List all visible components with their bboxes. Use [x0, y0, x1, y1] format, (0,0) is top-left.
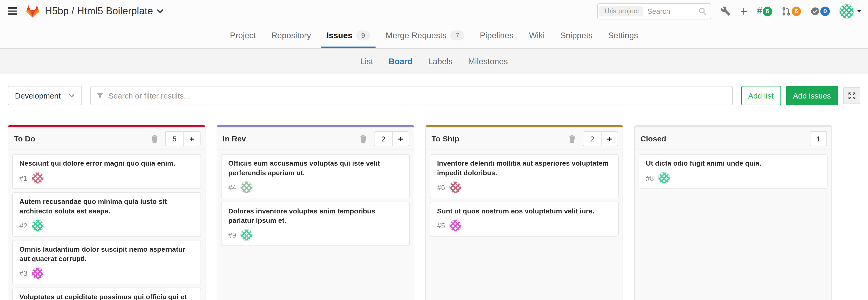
- issue-title: Inventore deleniti mollitia aut asperior…: [437, 159, 612, 178]
- add-list-button[interactable]: Add list: [741, 86, 781, 105]
- assignee-avatar: [32, 267, 44, 279]
- tab-snippets[interactable]: Snippets: [553, 22, 600, 48]
- issue-card[interactable]: Inventore deleniti mollitia aut asperior…: [430, 154, 619, 199]
- new-menu-button[interactable]: +: [740, 5, 748, 17]
- issue-card[interactable]: Omnis laudantium dolor suscipit nemo asp…: [12, 240, 201, 284]
- filter-search-placeholder: Search or filter results...: [108, 91, 190, 100]
- todos-count-badge: 0: [820, 6, 830, 16]
- plus-icon: +: [740, 5, 748, 17]
- assignee-avatar: [32, 219, 44, 232]
- assignee-avatar: [241, 181, 253, 193]
- tab-repository[interactable]: Repository: [264, 22, 319, 48]
- board-column-todo: To Do 5 + Nesciunt qui dolore error magn…: [8, 125, 206, 300]
- issue-title: Ut dicta odio fugit animi unde quia.: [646, 159, 820, 169]
- merge-requests-count-badge: 6: [792, 6, 801, 16]
- hamburger-menu-icon[interactable]: [7, 6, 19, 16]
- filter-search-input[interactable]: Search or filter results...: [90, 86, 733, 105]
- board-column-in-rev: In Rev 2 + Officiis eum accusamus volupt…: [216, 125, 414, 300]
- issue-card[interactable]: Ut dicta odio fugit animi unde quia. #8: [639, 154, 828, 189]
- issue-card[interactable]: Autem recusandae quo minima quia iusto s…: [12, 192, 201, 237]
- issue-card[interactable]: Sunt ut quos nostrum eos voluptatum veli…: [430, 202, 619, 237]
- issue-title: Nesciunt qui dolore error magni quo quia…: [20, 159, 194, 169]
- tab-issues[interactable]: Issues9: [319, 22, 378, 48]
- project-nav: Project Repository Issues9 Merge Request…: [0, 22, 868, 48]
- board-filter-bar: Development Search or filter results... …: [0, 74, 868, 117]
- column-cards: Officiis eum accusamus voluptas qui iste…: [217, 150, 414, 246]
- issue-ref: #4: [228, 183, 236, 191]
- navbar-search-input[interactable]: This project Search: [597, 3, 711, 19]
- caret-down-icon: [857, 10, 861, 12]
- issue-title: Voluptates ut cupiditate possimus qui of…: [20, 293, 194, 300]
- issue-card[interactable]: Voluptates ut cupiditate possimus qui of…: [12, 288, 201, 300]
- search-scope-chip: This project: [599, 6, 643, 16]
- todos-counter[interactable]: 0: [810, 6, 830, 16]
- column-header: In Rev 2 +: [217, 127, 414, 150]
- issues-hash-icon: #: [757, 5, 762, 17]
- fullscreen-button[interactable]: [843, 87, 860, 104]
- tab-pipelines[interactable]: Pipelines: [472, 22, 521, 48]
- list-count-control: 2 +: [583, 131, 618, 146]
- trash-icon: [360, 134, 368, 143]
- issue-title: Autem recusandae quo minima quia iusto s…: [20, 197, 194, 216]
- gitlab-logo[interactable]: [26, 5, 39, 18]
- expand-icon: [848, 92, 856, 99]
- merge-requests-counter[interactable]: 6: [781, 6, 801, 16]
- column-cards: Ut dicta odio fugit animi unde quia. #8: [635, 150, 832, 189]
- filter-funnel-icon: [96, 92, 103, 99]
- tab-project[interactable]: Project: [222, 22, 264, 48]
- column-header: Closed 1: [635, 127, 832, 150]
- column-header: To Do 5 +: [8, 127, 205, 150]
- issue-card[interactable]: Officiis eum accusamus voluptas qui iste…: [221, 154, 410, 199]
- board-selector-value: Development: [15, 91, 61, 100]
- column-title: To Ship: [431, 134, 459, 143]
- trash-icon: [569, 134, 577, 143]
- delete-list-button[interactable]: [151, 134, 159, 143]
- top-navbar: H5bp / Html5 Boilerplate This project Se…: [0, 0, 868, 22]
- merge-requests-tab-badge: 7: [451, 30, 464, 40]
- gitlab-issue-board-page: H5bp / Html5 Boilerplate This project Se…: [0, 0, 868, 300]
- issue-title: Dolores inventore voluptas enim temporib…: [228, 207, 403, 226]
- delete-list-button[interactable]: [360, 134, 368, 143]
- chevron-down-icon: [68, 94, 74, 97]
- column-title: To Do: [14, 134, 35, 143]
- issue-title: Sunt ut quos nostrum eos voluptatum veli…: [437, 207, 612, 216]
- tab-labels[interactable]: Labels: [421, 56, 461, 66]
- issue-title: Omnis laudantium dolor suscipit nemo asp…: [20, 245, 194, 264]
- issue-ref: #6: [437, 183, 445, 191]
- trash-icon: [151, 134, 159, 143]
- issue-ref: #2: [20, 221, 28, 230]
- assignee-avatar: [241, 229, 253, 241]
- tab-settings[interactable]: Settings: [600, 22, 646, 48]
- tab-board[interactable]: Board: [381, 56, 420, 66]
- list-count: 2: [375, 131, 392, 145]
- board-column-closed: Closed 1 Ut dicta odio fugit animi unde …: [634, 125, 832, 300]
- add-issues-button[interactable]: Add issues: [786, 86, 838, 105]
- issues-counter[interactable]: # 6: [757, 5, 772, 17]
- issue-board: To Do 5 + Nesciunt qui dolore error magn…: [0, 125, 868, 300]
- tab-milestones[interactable]: Milestones: [460, 56, 516, 66]
- add-issue-to-list-button[interactable]: +: [183, 131, 200, 145]
- list-count-control: 5 +: [165, 131, 200, 146]
- user-menu[interactable]: [839, 4, 861, 19]
- assignee-avatar: [450, 219, 462, 232]
- issue-ref: #8: [646, 174, 654, 182]
- list-count-control: 2 +: [374, 131, 410, 146]
- tab-list[interactable]: List: [352, 56, 381, 66]
- issue-ref: #9: [228, 231, 236, 239]
- issue-ref: #3: [20, 269, 28, 277]
- issue-ref: #1: [20, 174, 28, 182]
- issue-card[interactable]: Dolores inventore voluptas enim temporib…: [221, 202, 410, 246]
- delete-list-button[interactable]: [569, 134, 577, 143]
- board-selector-dropdown[interactable]: Development: [8, 86, 82, 105]
- column-title: In Rev: [223, 134, 246, 143]
- issues-scope-nav: List Board Labels Milestones: [0, 48, 868, 74]
- tab-wiki[interactable]: Wiki: [521, 22, 553, 48]
- tab-merge-requests[interactable]: Merge Requests7: [378, 22, 472, 48]
- project-breadcrumb[interactable]: H5bp / Html5 Boilerplate: [45, 5, 163, 17]
- admin-wrench-button[interactable]: [721, 6, 731, 16]
- issue-card[interactable]: Nesciunt qui dolore error magni quo quia…: [12, 154, 201, 189]
- issues-count-badge: 6: [763, 6, 772, 16]
- add-issue-to-list-button[interactable]: +: [392, 131, 409, 145]
- add-issue-to-list-button[interactable]: +: [601, 131, 618, 145]
- column-title: Closed: [640, 134, 666, 143]
